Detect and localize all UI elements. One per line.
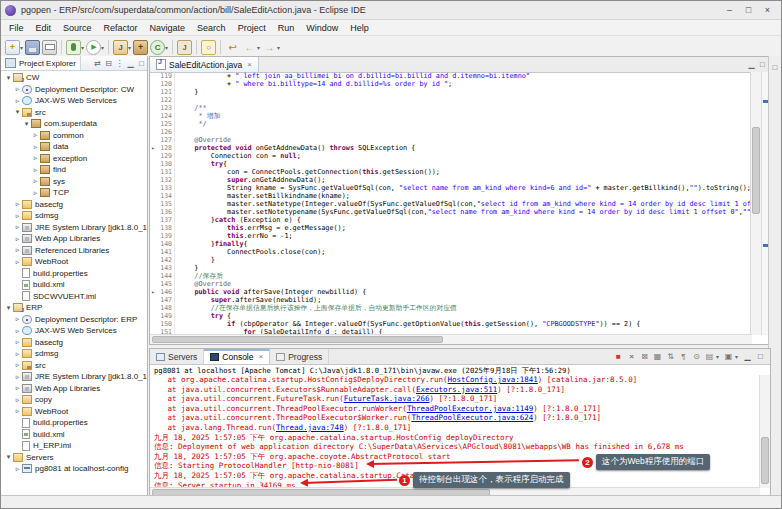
menu-source[interactable]: Source	[57, 23, 98, 33]
tree-collapse-arrow-icon[interactable]: ▾	[4, 304, 13, 312]
toolbar-icon-search[interactable]	[201, 40, 216, 55]
toolbar-icon-debug[interactable]	[66, 40, 81, 55]
tree-item-src[interactable]: ▹src	[1, 360, 147, 372]
word-wrap-icon[interactable]	[677, 350, 690, 363]
tree-item-pg8081-at-localhost-config[interactable]: ▹pg8081 at localhost-config	[1, 463, 147, 475]
maximize-icon[interactable]	[754, 350, 767, 363]
tree-item-basecfg[interactable]: ▹basecfg	[1, 199, 147, 211]
tree-collapse-arrow-icon[interactable]: ▾	[22, 120, 31, 128]
toolbar-icon-jar[interactable]	[177, 40, 192, 55]
stack-trace-link[interactable]: FutureTask.java:266	[344, 394, 430, 403]
tree-collapse-arrow-icon[interactable]: ▾	[4, 74, 13, 82]
collapse-all-icon[interactable]	[103, 58, 114, 69]
tree-item-h-erp-iml[interactable]: H_ERP.iml	[1, 440, 147, 452]
toolbar-icon-print[interactable]	[42, 40, 57, 55]
editor-tab-saleeditaction[interactable]: SaleEditAction.java ×	[150, 57, 259, 72]
tree-item-deployment-descriptor-erp[interactable]: ▹Deployment Descriptor: ERP	[1, 314, 147, 326]
tree-item-erp[interactable]: ▾ERP	[1, 302, 147, 314]
tree-item-sys[interactable]: ▹sys	[1, 176, 147, 188]
stack-trace-link[interactable]: HostConfig.java:1841	[448, 375, 538, 384]
tree-item-cw[interactable]: ▾CW	[1, 72, 147, 84]
tree-expand-arrow-icon[interactable]: ▹	[13, 223, 22, 231]
tree-item-jax-ws-web-services[interactable]: ▹JAX-WS Web Services	[1, 325, 147, 337]
editor-maximize-icon[interactable]	[757, 59, 768, 70]
stack-trace-link[interactable]: Executors.java:511	[416, 385, 497, 394]
toolbar-icon-run[interactable]	[86, 40, 101, 55]
console-vertical-scrollbar[interactable]	[759, 375, 770, 488]
scroll-lock-icon[interactable]	[664, 350, 677, 363]
stack-trace-link[interactable]: Thread.java:748	[276, 423, 344, 432]
maximize-icon[interactable]	[136, 58, 147, 69]
maximize-window-button[interactable]: □	[739, 5, 758, 15]
toolbar-icon-forward[interactable]	[262, 40, 277, 55]
dropdown-arrow-icon[interactable]: ▾	[128, 44, 131, 51]
toolbar-icon-last-edit[interactable]	[225, 40, 240, 55]
tree-expand-arrow-icon[interactable]: ▹	[31, 177, 40, 185]
tree-expand-arrow-icon[interactable]: ▹	[31, 154, 40, 162]
tree-expand-arrow-icon[interactable]: ▹	[13, 350, 22, 358]
tree-item-jre-system-library-jdk1-8-0-171-[interactable]: ▹JRE System Library [jdk1.8.0_171]	[1, 371, 147, 383]
menu-project[interactable]: Project	[232, 23, 272, 33]
tree-expand-arrow-icon[interactable]: ▹	[13, 465, 22, 473]
tree-expand-arrow-icon[interactable]: ▹	[13, 361, 22, 369]
editor-hscroll-thumb[interactable]	[152, 336, 443, 343]
console-tab-progress[interactable]: Progress	[270, 349, 329, 364]
tree-item-tcp[interactable]: ▹TCP	[1, 187, 147, 199]
view-menu-icon[interactable]	[114, 58, 125, 69]
toolbar-icon-save[interactable]	[25, 40, 40, 55]
tree-expand-arrow-icon[interactable]: ▹	[13, 384, 22, 392]
tree-expand-arrow-icon[interactable]: ▹	[13, 327, 22, 335]
tree-expand-arrow-icon[interactable]: ▹	[13, 407, 22, 415]
editor-minimize-icon[interactable]	[746, 59, 757, 70]
display-selected-icon[interactable]	[703, 350, 716, 363]
tree-expand-arrow-icon[interactable]: ▹	[13, 200, 22, 208]
toolbar-icon-new-package[interactable]	[133, 40, 148, 55]
tree-item-src[interactable]: ▾src	[1, 107, 147, 119]
tree-expand-arrow-icon[interactable]: ▹	[31, 131, 40, 139]
tree-item-webroot[interactable]: ▹WebRoot	[1, 256, 147, 268]
tree-item-servers[interactable]: ▾Servers	[1, 452, 147, 464]
tree-item-webroot[interactable]: ▹WebRoot	[1, 406, 147, 418]
tree-expand-arrow-icon[interactable]: ▹	[13, 373, 22, 381]
menu-navigate[interactable]: Navigate	[144, 23, 192, 33]
tree-item-jre-system-library-jdk1-8-0-171-[interactable]: ▹JRE System Library [jdk1.8.0_171]	[1, 222, 147, 234]
project-explorer-tab[interactable]: Project Explorer	[1, 56, 81, 70]
restore-views-icon[interactable]	[770, 62, 781, 73]
tree-item-com-superdata[interactable]: ▾com.superdata	[1, 118, 147, 130]
remove-launch-icon[interactable]	[625, 350, 638, 363]
toolbar-icon-new-class[interactable]	[150, 40, 165, 55]
minimize-icon[interactable]	[125, 58, 136, 69]
console-tab-servers[interactable]: Servers	[150, 349, 204, 364]
tree-expand-arrow-icon[interactable]: ▹	[31, 143, 40, 151]
menu-search[interactable]: Search	[191, 23, 232, 33]
menu-help[interactable]: Help	[344, 23, 375, 33]
tree-item-copy[interactable]: ▹copy	[1, 394, 147, 406]
console-tab-close-icon[interactable]: ×	[258, 352, 263, 361]
tree-item-sdcwvueht-iml[interactable]: SDCWVUEHT.iml	[1, 291, 147, 303]
console-tab-console[interactable]: Console×	[204, 349, 270, 364]
tree-item-data[interactable]: ▹data	[1, 141, 147, 153]
tree-item-basecfg[interactable]: ▹basecfg	[1, 337, 147, 349]
pin-icon[interactable]	[690, 350, 703, 363]
clear-icon[interactable]	[651, 350, 664, 363]
menu-run[interactable]: Run	[272, 23, 301, 33]
link-with-editor-icon[interactable]	[92, 58, 103, 69]
console-vscroll-thumb[interactable]	[761, 437, 769, 484]
minimize-window-button[interactable]: –	[720, 5, 739, 15]
tree-item-build-properties[interactable]: build.properties	[1, 268, 147, 280]
terminate-icon[interactable]	[612, 350, 625, 363]
open-console-icon[interactable]	[722, 350, 735, 363]
editor-vertical-scrollbar[interactable]	[750, 72, 761, 335]
dropdown-arrow-icon[interactable]: ▾	[277, 44, 280, 51]
tree-collapse-arrow-icon[interactable]: ▾	[13, 108, 22, 116]
code-editor[interactable]: 119 + " left join aa_billimei bi on d.bi…	[150, 72, 750, 335]
dropdown-arrow-icon[interactable]: ▾	[257, 44, 260, 51]
menu-edit[interactable]: Edit	[30, 23, 58, 33]
tree-expand-arrow-icon[interactable]: ▹	[31, 166, 40, 174]
editor-horizontal-scrollbar[interactable]	[150, 334, 752, 344]
tree-item-build-xml[interactable]: build.xml	[1, 279, 147, 291]
tree-item-find[interactable]: ▹find	[1, 164, 147, 176]
tree-item-build-properties[interactable]: build.properties	[1, 417, 147, 429]
tree-item-common[interactable]: ▹common	[1, 130, 147, 142]
tree-collapse-arrow-icon[interactable]: ▾	[4, 453, 13, 461]
